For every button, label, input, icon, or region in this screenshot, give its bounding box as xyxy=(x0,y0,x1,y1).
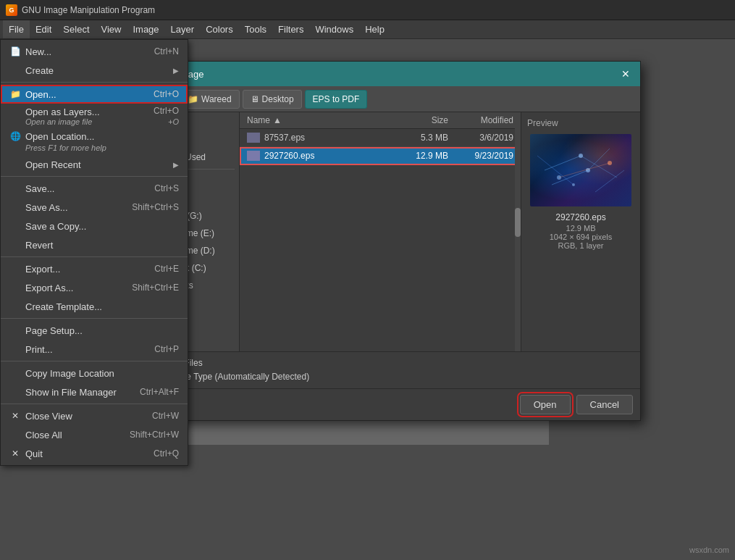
cancel-button[interactable]: Cancel xyxy=(576,395,633,414)
dialog-footer: Help Open Cancel xyxy=(127,389,640,420)
shortcut-save: Ctrl+S xyxy=(154,183,179,193)
shortcut-save-as: Shift+Ctrl+S xyxy=(132,202,179,212)
title-bar: G GNU Image Manipulation Program xyxy=(0,0,735,20)
open-button[interactable]: Open xyxy=(520,395,571,414)
menu-tools[interactable]: Tools xyxy=(239,20,272,38)
menu-item-print[interactable]: Print... Ctrl+P xyxy=(1,340,188,359)
dialog-body: Places 🔍 Search 🕐 Recently Used 📁 Wareed… xyxy=(127,112,640,351)
open-image-dialog: 🖼 Open Image ✕ ⚙ ‹ 📁 Wareed 🖥 Desktop EP… xyxy=(127,61,641,421)
menu-help[interactable]: Help xyxy=(359,20,390,38)
copy-loc-icon xyxy=(9,367,21,379)
show-all-files-row: Show All Files xyxy=(135,356,633,369)
svg-line-0 xyxy=(545,156,581,170)
menu-item-new[interactable]: 📄 New... Ctrl+N xyxy=(1,42,188,61)
preview-filename: 2927260.eps xyxy=(555,212,605,222)
main-area: 📄 New... Ctrl+N Create ▶ 📁 Open... Ctrl+… xyxy=(0,39,735,560)
create-arrow: ▶ xyxy=(173,67,179,75)
create-template-icon xyxy=(9,301,21,312)
menu-item-quit[interactable]: ✕ Quit Ctrl+Q xyxy=(1,444,188,463)
menu-item-open-recent[interactable]: Open Recent ▶ xyxy=(1,155,188,174)
file-modified-2: 9/23/2019 xyxy=(448,151,513,161)
breadcrumb-desktop[interactable]: 🖥 Desktop xyxy=(243,90,302,109)
sort-icon: ▲ xyxy=(273,115,282,125)
svg-point-4 xyxy=(579,154,583,158)
files-scrollbar[interactable] xyxy=(515,112,521,351)
preview-filesize: 12.9 MB xyxy=(566,224,596,233)
open-layers-desc2: +O xyxy=(168,117,179,126)
shortcut-open: Ctrl+O xyxy=(154,89,179,99)
menu-item-create[interactable]: Create ▶ xyxy=(1,61,188,80)
menu-item-save[interactable]: Save... Ctrl+S xyxy=(1,179,188,198)
menu-view[interactable]: View xyxy=(96,20,127,38)
svg-line-9 xyxy=(537,156,574,185)
quit-icon: ✕ xyxy=(9,448,21,459)
menu-item-create-template[interactable]: Create Template... xyxy=(1,297,188,316)
breadcrumb-wareed-icon: 📁 xyxy=(188,94,198,104)
shortcut-export: Ctrl+E xyxy=(154,264,179,274)
file-dropdown-menu: 📄 New... Ctrl+N Create ▶ 📁 Open... Ctrl+… xyxy=(0,39,188,466)
preview-colormode: RGB, 1 layer xyxy=(558,241,604,250)
menu-item-close-all[interactable]: Close All Shift+Ctrl+W xyxy=(1,425,188,444)
file-row-2[interactable]: 2927260.eps 12.9 MB 9/23/2019 xyxy=(240,147,521,165)
menu-edit[interactable]: Edit xyxy=(30,20,57,38)
page-setup-icon xyxy=(9,325,21,336)
print-icon xyxy=(9,343,21,355)
preview-dimensions: 1042 × 694 pixels xyxy=(550,233,613,241)
menu-item-open[interactable]: 📁 Open... Ctrl+O xyxy=(1,85,188,104)
watermark: wsxdn.com xyxy=(689,546,729,554)
shortcut-show-manager: Ctrl+Alt+F xyxy=(140,387,179,397)
shortcut-print: Ctrl+P xyxy=(154,344,179,354)
breadcrumb-wareed[interactable]: 📁 Wareed xyxy=(180,90,240,109)
show-manager-icon xyxy=(9,386,21,398)
export-icon xyxy=(9,263,21,275)
open-recent-arrow: ▶ xyxy=(173,161,179,169)
menu-item-show-manager[interactable]: Show in File Manager Ctrl+Alt+F xyxy=(1,383,188,401)
menu-filters[interactable]: Filters xyxy=(272,20,309,38)
file-size-2: 12.9 MB xyxy=(390,151,448,161)
dialog-close-button[interactable]: ✕ xyxy=(618,67,633,81)
shortcut-open-layers: Ctrl+O xyxy=(154,106,179,117)
column-modified[interactable]: Modified xyxy=(448,115,513,125)
menu-item-open-location[interactable]: 🌐 Open Location... Press F1 for more hel… xyxy=(1,128,188,155)
menu-item-revert[interactable]: Revert xyxy=(1,235,188,254)
divider-6 xyxy=(1,404,188,404)
file-size-1: 5.3 MB xyxy=(390,133,448,143)
open-icon: 📁 xyxy=(9,88,21,100)
menu-layer[interactable]: Layer xyxy=(165,20,201,38)
close-view-icon: ✕ xyxy=(9,410,21,422)
column-name[interactable]: Name ▲ xyxy=(247,115,390,125)
divider-4 xyxy=(1,318,188,319)
menu-file[interactable]: File xyxy=(3,20,30,38)
divider-2 xyxy=(1,176,188,177)
menu-item-export-as[interactable]: Export As... Shift+Ctrl+E xyxy=(1,278,188,297)
preview-panel: Preview xyxy=(521,112,640,351)
menu-colors[interactable]: Colors xyxy=(200,20,239,38)
dialog-toolbar: ⚙ ‹ 📁 Wareed 🖥 Desktop EPS to PDF xyxy=(127,86,640,112)
menu-item-close-view[interactable]: ✕ Close View Ctrl+W xyxy=(1,406,188,425)
breadcrumb-epstopdf[interactable]: EPS to PDF xyxy=(305,90,368,109)
revert-icon xyxy=(9,239,21,251)
menu-item-open-layers[interactable]: Open as Layers... Ctrl+O Open an image f… xyxy=(1,104,188,128)
shortcut-export-as: Shift+Ctrl+E xyxy=(132,283,179,293)
dialog-options: Show All Files + Select File Type (Autom… xyxy=(127,351,640,389)
menu-item-export[interactable]: Export... Ctrl+E xyxy=(1,259,188,278)
dialog-titlebar: 🖼 Open Image ✕ xyxy=(127,62,640,86)
breadcrumb-wareed-label: Wareed xyxy=(201,94,232,104)
preview-svg xyxy=(530,134,631,206)
menu-item-save-as[interactable]: Save As... Shift+Ctrl+S xyxy=(1,198,188,217)
breadcrumb-desktop-icon: 🖥 xyxy=(251,94,259,104)
file-row-1[interactable]: 87537.eps 5.3 MB 3/6/2019 xyxy=(240,129,521,147)
menu-windows[interactable]: Windows xyxy=(309,20,359,38)
menu-image[interactable]: Image xyxy=(127,20,164,38)
save-copy-icon xyxy=(9,220,21,232)
menu-bar: File Edit Select View Image Layer Colors… xyxy=(0,20,735,39)
menu-item-save-copy[interactable]: Save a Copy... xyxy=(1,217,188,235)
save-icon xyxy=(9,183,21,194)
column-size[interactable]: Size xyxy=(390,115,448,125)
scrollbar-thumb xyxy=(515,208,521,237)
export-as-icon xyxy=(9,282,21,293)
menu-item-copy-location[interactable]: Copy Image Location xyxy=(1,364,188,383)
menu-select[interactable]: Select xyxy=(57,20,95,38)
menu-item-page-setup[interactable]: Page Setup... xyxy=(1,321,188,340)
new-icon: 📄 xyxy=(9,46,21,57)
